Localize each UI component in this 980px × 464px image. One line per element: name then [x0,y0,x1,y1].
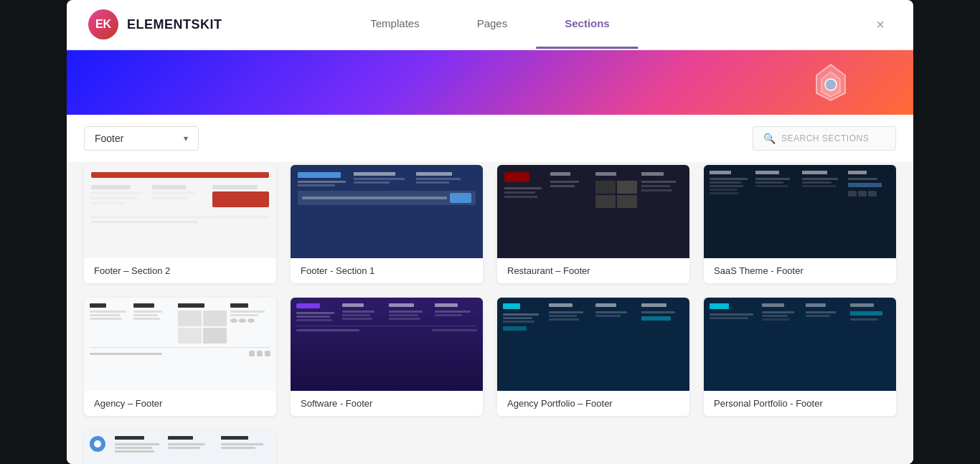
brand-logo: EK [88,9,118,39]
brand: EK ELEMENTSKIT [88,9,222,39]
filter-label: Footer [95,133,123,144]
modal-banner [67,50,913,115]
modal-overlay: EK ELEMENTSKIT Templates Pages Sections … [0,0,980,464]
chevron-down-icon: ▾ [184,133,188,143]
card-thumb [704,165,896,258]
card-thumb [497,165,689,258]
svg-point-0 [825,79,837,90]
banner-icon [806,57,856,108]
brand-logo-text: EK [95,18,111,31]
modal-toolbar: Footer ▾ 🔍 SEARCH SECTIONS [67,115,913,162]
brand-name: ELEMENTSKIT [127,17,222,32]
card-label: Personal Portfolio - Footer [704,391,896,416]
search-box[interactable]: 🔍 SEARCH SECTIONS [753,126,896,151]
search-placeholder: SEARCH SECTIONS [781,133,869,143]
card-software-footer[interactable]: Software - Footer [291,298,483,416]
card-thumb [84,430,276,464]
card-footer-section2[interactable]: Footer – Section 2 [84,165,276,283]
card-thumb [291,298,483,391]
card-label: Footer - Section 1 [291,258,483,283]
card-agency-footer[interactable]: Agency – Footer [84,298,276,416]
search-icon: 🔍 [763,133,776,144]
card-thumb [497,298,689,391]
tab-templates[interactable]: Templates [341,0,448,49]
elementskit-modal: EK ELEMENTSKIT Templates Pages Sections … [67,0,913,464]
tab-pages[interactable]: Pages [448,0,537,49]
card-thumb [84,165,276,258]
modal-content[interactable]: Footer – Section 2 [67,162,913,464]
cards-grid: Footer – Section 2 [84,165,896,464]
card-label: Agency – Footer [84,391,276,416]
card-thumb [291,165,483,258]
card-footer-section1[interactable]: Footer - Section 1 [291,165,483,283]
card-label: Footer – Section 2 [84,258,276,283]
card-app-landing-footer[interactable]: App Landing - Footer [84,430,276,464]
card-label: SaaS Theme - Footer [704,258,896,283]
card-personal-portfolio-footer[interactable]: Personal Portfolio - Footer [704,298,896,416]
filter-dropdown[interactable]: Footer ▾ [84,126,199,151]
modal-tabs: Templates Pages Sections [341,0,638,49]
card-thumb [704,298,896,391]
modal-header: EK ELEMENTSKIT Templates Pages Sections … [67,0,913,50]
tab-sections[interactable]: Sections [536,0,639,49]
card-restaurant-footer[interactable]: Restaurant – Footer [497,165,689,283]
card-label: Software - Footer [291,391,483,416]
close-button[interactable]: × [869,13,892,36]
card-saas-footer[interactable]: SaaS Theme - Footer [704,165,896,283]
card-label: Agency Portfolio – Footer [497,391,689,416]
card-thumb [84,298,276,391]
card-label: Restaurant – Footer [497,258,689,283]
card-agency-portfolio-footer[interactable]: Agency Portfolio – Footer [497,298,689,416]
